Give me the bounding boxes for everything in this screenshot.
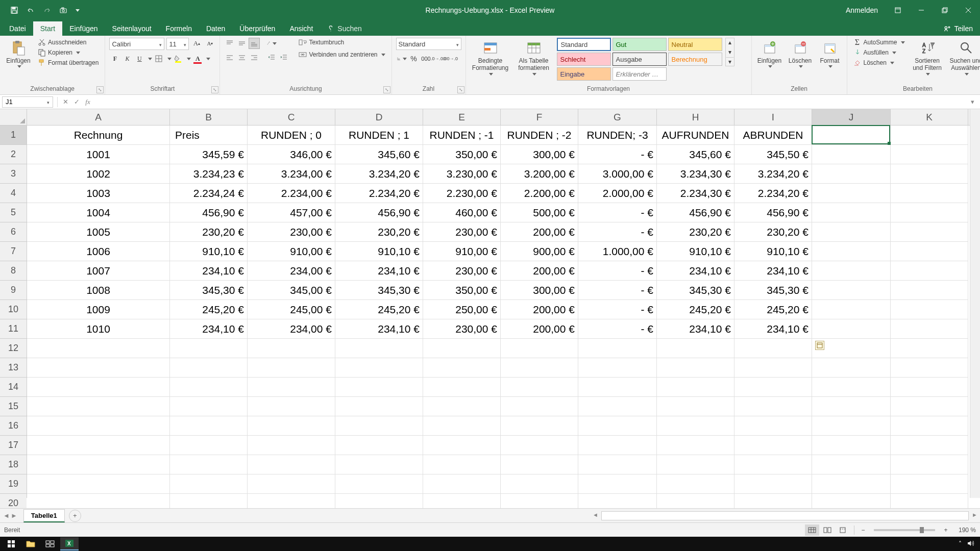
cell[interactable] bbox=[335, 494, 423, 508]
cell[interactable]: 350,00 € bbox=[423, 145, 501, 164]
cell[interactable]: 3.234,20 € bbox=[734, 164, 812, 184]
autofill-options-icon[interactable] bbox=[815, 341, 824, 350]
cell[interactable] bbox=[170, 397, 248, 416]
cell[interactable] bbox=[27, 378, 170, 397]
tab-daten[interactable]: Daten bbox=[199, 21, 232, 36]
column-header-K[interactable]: K bbox=[891, 109, 968, 125]
cell[interactable]: 1009 bbox=[27, 300, 170, 319]
qat-customize-icon[interactable] bbox=[72, 3, 81, 17]
cell[interactable] bbox=[501, 339, 578, 358]
cell[interactable] bbox=[891, 494, 968, 508]
tab-ueberpruefen[interactable]: Überprüfen bbox=[232, 21, 282, 36]
excel-taskbar-icon[interactable]: X bbox=[60, 537, 79, 550]
cell[interactable]: 200,00 € bbox=[501, 222, 578, 242]
cell[interactable] bbox=[891, 339, 968, 358]
cell[interactable] bbox=[734, 474, 812, 494]
sheet-nav-next-icon[interactable]: ► bbox=[11, 512, 17, 519]
cell[interactable] bbox=[27, 416, 170, 436]
cell[interactable]: 234,10 € bbox=[335, 319, 423, 339]
percent-format-icon[interactable]: % bbox=[408, 53, 420, 64]
cell[interactable]: 250,00 € bbox=[423, 300, 501, 319]
row-header-4[interactable]: 4 bbox=[0, 184, 27, 203]
cell[interactable] bbox=[734, 494, 812, 508]
autosum-button[interactable]: ΣAutoSumme bbox=[851, 38, 907, 47]
cell[interactable] bbox=[501, 378, 578, 397]
row-header-17[interactable]: 17 bbox=[0, 436, 27, 455]
cell[interactable] bbox=[423, 339, 501, 358]
minimize-icon[interactable] bbox=[910, 0, 933, 20]
cell[interactable] bbox=[248, 494, 335, 508]
cell[interactable] bbox=[812, 416, 891, 436]
cell[interactable] bbox=[501, 397, 578, 416]
cell[interactable] bbox=[423, 455, 501, 474]
cell[interactable]: 1004 bbox=[27, 203, 170, 222]
align-center-icon[interactable] bbox=[236, 52, 248, 63]
clipboard-dialog-icon[interactable]: ⤡ bbox=[96, 86, 104, 93]
font-dialog-icon[interactable]: ⤡ bbox=[211, 86, 218, 93]
find-select-button[interactable]: Suchen und Auswählen bbox=[948, 38, 980, 78]
borders-more-icon[interactable] bbox=[165, 53, 172, 64]
align-left-icon[interactable] bbox=[224, 52, 235, 63]
styles-more-icon[interactable]: ▾ bbox=[726, 57, 734, 66]
cell[interactable]: 2.230,00 € bbox=[423, 184, 501, 203]
cell[interactable]: 200,00 € bbox=[501, 319, 578, 339]
styles-scroll-down-icon[interactable]: ▾ bbox=[726, 48, 734, 57]
cell[interactable] bbox=[812, 164, 891, 184]
increase-font-icon[interactable]: A▴ bbox=[191, 38, 202, 49]
row-header-2[interactable]: 2 bbox=[0, 145, 27, 164]
new-sheet-icon[interactable]: + bbox=[69, 510, 81, 522]
merge-center-button[interactable]: Verbinden und zentrieren bbox=[297, 50, 387, 59]
cell[interactable] bbox=[248, 474, 335, 494]
cell[interactable] bbox=[891, 126, 968, 145]
cell[interactable]: 1010 bbox=[27, 319, 170, 339]
file-explorer-icon[interactable] bbox=[21, 537, 40, 550]
style-neutral[interactable]: Neutral bbox=[668, 38, 722, 51]
cell[interactable] bbox=[812, 300, 891, 319]
cell[interactable]: 230,20 € bbox=[734, 222, 812, 242]
cell[interactable] bbox=[812, 378, 891, 397]
cell[interactable] bbox=[812, 203, 891, 222]
cell[interactable]: - € bbox=[578, 261, 657, 281]
cell[interactable] bbox=[657, 474, 734, 494]
cell[interactable]: 460,00 € bbox=[423, 203, 501, 222]
cell[interactable] bbox=[248, 378, 335, 397]
tray-volume-icon[interactable] bbox=[967, 540, 974, 548]
cell[interactable]: 230,00 € bbox=[423, 319, 501, 339]
sort-filter-button[interactable]: AZSortieren und Filtern bbox=[910, 38, 945, 78]
column-header-H[interactable]: H bbox=[657, 109, 734, 125]
cell[interactable]: 300,00 € bbox=[501, 281, 578, 300]
cell[interactable] bbox=[578, 358, 657, 378]
cell[interactable] bbox=[812, 145, 891, 164]
fill-more-icon[interactable] bbox=[185, 53, 191, 64]
cell[interactable] bbox=[423, 494, 501, 508]
cell[interactable] bbox=[891, 455, 968, 474]
cell[interactable] bbox=[27, 358, 170, 378]
cell[interactable] bbox=[248, 436, 335, 455]
tab-einfuegen[interactable]: Einfügen bbox=[62, 21, 105, 36]
cell[interactable] bbox=[812, 222, 891, 242]
column-headers[interactable]: ABCDEFGHIJK bbox=[27, 109, 970, 126]
cell[interactable] bbox=[27, 455, 170, 474]
row-headers[interactable]: 1234567891011121314151617181920 bbox=[0, 126, 27, 498]
column-header-J[interactable]: J bbox=[812, 109, 891, 125]
cell[interactable]: 245,00 € bbox=[248, 300, 335, 319]
cell[interactable] bbox=[891, 222, 968, 242]
cell[interactable]: Rechnung bbox=[27, 126, 170, 145]
cell[interactable]: 3.230,00 € bbox=[423, 164, 501, 184]
cell[interactable] bbox=[170, 474, 248, 494]
cell[interactable] bbox=[812, 397, 891, 416]
cell[interactable]: 2.000,00 € bbox=[578, 184, 657, 203]
normal-view-icon[interactable] bbox=[805, 524, 819, 536]
cell[interactable]: 234,10 € bbox=[335, 261, 423, 281]
cell[interactable]: 230,20 € bbox=[170, 222, 248, 242]
cell[interactable]: 1002 bbox=[27, 164, 170, 184]
cell[interactable] bbox=[335, 436, 423, 455]
cell[interactable]: 500,00 € bbox=[501, 203, 578, 222]
cell[interactable] bbox=[657, 378, 734, 397]
cell[interactable]: - € bbox=[578, 145, 657, 164]
cell[interactable] bbox=[812, 358, 891, 378]
style-berechnung[interactable]: Berechnung bbox=[668, 53, 722, 66]
cell[interactable] bbox=[170, 416, 248, 436]
cell[interactable] bbox=[170, 436, 248, 455]
row-header-9[interactable]: 9 bbox=[0, 281, 27, 300]
